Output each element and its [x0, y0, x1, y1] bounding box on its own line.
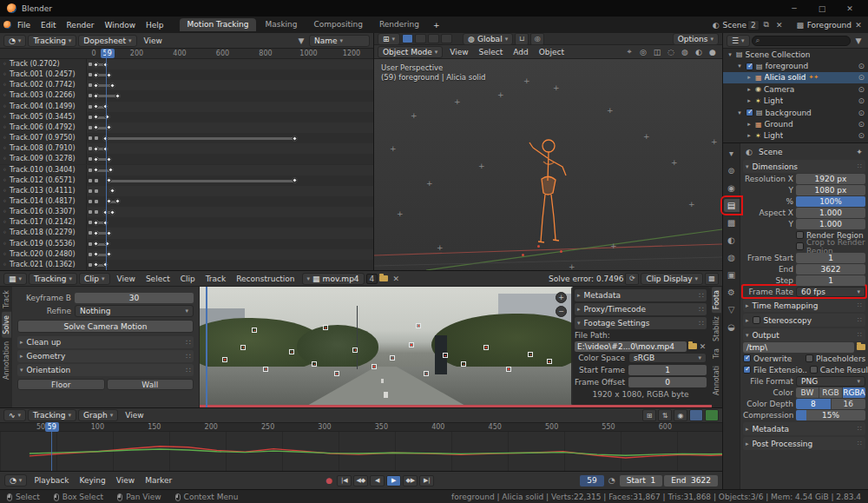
normalize-icon[interactable]: ⇅	[658, 409, 672, 421]
clip-region-tab[interactable]: Tra	[712, 345, 721, 362]
track-row[interactable]: Track.009 (0.3278)	[0, 154, 373, 164]
panel-header-stereoscopy[interactable]: ▸Stereoscopy∷	[743, 314, 865, 327]
keyframe-diamond[interactable]	[292, 177, 298, 183]
color-space-dropdown[interactable]: sRGB▾	[628, 353, 707, 363]
keyframe-diamond[interactable]	[93, 103, 99, 109]
tracking-marker[interactable]	[416, 323, 421, 328]
modifiers-properties-tab-icon[interactable]: ⚙	[724, 286, 740, 299]
clip-side-tab[interactable]: Solve	[2, 312, 11, 338]
editor-type-button[interactable]: ▦▾	[3, 273, 27, 285]
frame-offset-field[interactable]: 0	[628, 377, 707, 387]
segment-option[interactable]: RGBA	[843, 387, 865, 398]
workspace-tab[interactable]: Compositing	[306, 18, 371, 31]
track-row[interactable]: Track.002 (0.7742)	[0, 80, 373, 90]
track-row[interactable]: Track (0.2702)	[0, 59, 373, 69]
dopesheet-view-dropdown[interactable]: Dopesheet▾	[78, 35, 136, 47]
outliner-row[interactable]: ▾▤Scene Collection	[723, 49, 868, 60]
tracking-marker[interactable]	[263, 367, 268, 372]
clip-menu-item[interactable]: Reconstruction	[231, 274, 299, 284]
view-menu[interactable]: View	[139, 36, 168, 46]
zoom-in-icon[interactable]: +	[556, 292, 567, 303]
keyframe-diamond[interactable]	[93, 61, 99, 67]
collection-checkbox[interactable]	[746, 63, 753, 70]
track-pin-icon[interactable]	[89, 242, 92, 246]
outliner-row[interactable]: ▸▦Alicia solid✦✦⊙	[723, 72, 868, 83]
show-gizmo-icon[interactable]: ⌖	[623, 47, 635, 56]
graph-view-dropdown[interactable]: Graph▾	[78, 409, 118, 421]
track-pin-icon[interactable]	[89, 157, 92, 161]
panel-header-post-processing[interactable]: ▸Post Processing∷	[743, 437, 865, 450]
tracking-marker[interactable]	[289, 349, 294, 354]
current-frame-field[interactable]: 59	[580, 475, 603, 486]
track-row[interactable]: Track.014 (0.4817)	[0, 196, 373, 207]
show-y-channel-toggle[interactable]	[705, 409, 719, 421]
outliner-row[interactable]: ▸✶Light⊙	[723, 96, 868, 107]
tracking-marker[interactable]	[222, 357, 227, 362]
frame-start-field[interactable]: Start 1	[620, 475, 662, 486]
track-name[interactable]: Track.003 (0.2266)	[0, 90, 87, 101]
geometry-panel-header[interactable]: ▸Geometry∷	[17, 350, 194, 362]
keyframe-diamond[interactable]	[108, 188, 115, 194]
browse-folder-icon[interactable]	[688, 343, 697, 349]
unlink-clip-icon[interactable]: ✕	[390, 275, 402, 283]
tracking-marker[interactable]	[424, 371, 429, 376]
clip-datablock-selector[interactable]: ▾▦mov.mp4	[302, 273, 365, 285]
checkbox[interactable]	[743, 354, 751, 362]
panel-header-dimensions[interactable]: ▾Dimensions∷	[743, 160, 865, 173]
keyframe-diamond[interactable]	[115, 93, 121, 99]
overlay-toggle-icon[interactable]: ▩	[705, 273, 719, 285]
value-field[interactable]: 3622	[796, 264, 865, 275]
prev-keyframe-button[interactable]: ◀◆	[353, 475, 368, 486]
output-path-field[interactable]: /tmp\	[743, 342, 854, 353]
track-pin-icon[interactable]	[89, 253, 92, 256]
tracking-marker[interactable]	[252, 328, 257, 333]
jump-to-end-button[interactable]: ▶|	[419, 475, 434, 486]
track-row[interactable]: Track.016 (0.3307)	[0, 207, 373, 217]
object-mode-dropdown[interactable]: Object Mode▾	[378, 46, 443, 58]
keyframe-diamond[interactable]	[93, 241, 99, 247]
clip-region-tab[interactable]: Stabiliz	[712, 313, 721, 345]
tracking-marker[interactable]	[409, 342, 414, 347]
expand-icon[interactable]: ▸	[746, 97, 753, 104]
track-lock-icon[interactable]	[95, 189, 98, 193]
track-pin-icon[interactable]	[89, 136, 92, 140]
jump-to-start-button[interactable]: |◀	[337, 475, 352, 486]
viewport-menu-item[interactable]: Add	[508, 47, 533, 57]
track-lock-icon[interactable]	[95, 179, 98, 182]
properties-editor-type-button[interactable]: ▾	[724, 147, 740, 160]
keyframe-value-field[interactable]: 30	[75, 293, 194, 303]
outliner-row[interactable]: ▾▤background⊙	[723, 107, 868, 118]
tracked-character[interactable]	[517, 136, 578, 248]
overlays-icon[interactable]: ◎	[637, 48, 649, 56]
tracking-marker[interactable]	[483, 345, 489, 350]
viewport-menu-item[interactable]: Object	[534, 47, 569, 57]
clip-menu-item[interactable]: Clip	[175, 274, 201, 284]
workspace-tab[interactable]: Motion Tracking	[180, 18, 257, 31]
graph-playhead[interactable]	[51, 423, 52, 471]
refine-dropdown[interactable]: Nothing▾	[75, 305, 194, 317]
timeline-menu-item[interactable]: Playback	[29, 475, 74, 486]
editor-type-button[interactable]: ◔▾	[4, 474, 27, 486]
panel-header-output[interactable]: ▾Output∷	[743, 328, 865, 341]
outliner-item-label[interactable]: Light	[764, 96, 783, 105]
x-curve[interactable]	[30, 447, 722, 458]
checkbox[interactable]	[806, 354, 813, 362]
outliner-item-label[interactable]: Camera	[764, 85, 794, 94]
tracking-marker[interactable]	[352, 347, 358, 353]
clip-view-dropdown[interactable]: Clip▾	[79, 273, 110, 285]
viewport-menu-item[interactable]: Select	[474, 47, 509, 57]
tool-properties-tab-icon[interactable]: ⊚	[724, 164, 740, 177]
prev-frame-button[interactable]: ◀	[370, 475, 385, 486]
name-filter-field[interactable]: Name▾	[309, 35, 370, 47]
scene-selector[interactable]: Scene	[723, 21, 746, 30]
editor-type-button[interactable]: ∿▾	[3, 409, 26, 421]
track-pin-icon[interactable]	[89, 210, 92, 214]
proxy-timecode-panel-header[interactable]: ▸Proxy/Timecode∷	[575, 303, 707, 315]
segment-option[interactable]: BW	[796, 387, 819, 398]
viewport-menu-item[interactable]: View	[444, 47, 473, 57]
tracking-marker[interactable]	[312, 361, 317, 367]
track-name[interactable]: Track.014 (0.4817)	[0, 196, 87, 207]
track-pin-icon[interactable]	[89, 200, 92, 203]
clip-region-tab[interactable]: Annotati	[712, 362, 721, 399]
clip-footage-view[interactable]	[200, 287, 573, 407]
